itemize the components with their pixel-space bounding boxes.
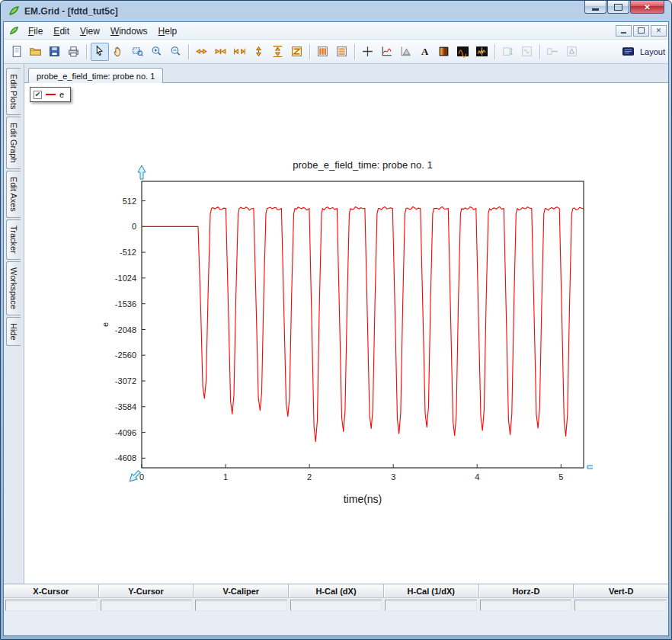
bottom-strip <box>4 613 668 635</box>
maximize-icon <box>614 4 622 11</box>
menu-windows[interactable]: Windows <box>105 24 153 39</box>
maximize-button[interactable] <box>607 1 629 14</box>
mdi-close-button[interactable]: ✕ <box>651 25 667 37</box>
status-col-x-cursor: X-Cursor <box>4 584 99 597</box>
shrink-horizontal-button[interactable] <box>212 43 230 61</box>
x-axis-end-arrow-icon <box>587 463 593 471</box>
status-col-vert-d: Vert-D <box>574 584 668 597</box>
svg-text:2: 2 <box>307 472 312 482</box>
waveform-envelope-button[interactable] <box>473 43 491 61</box>
toolbar-separator <box>539 44 540 59</box>
autoscale-button[interactable] <box>288 43 306 61</box>
status-value-vert-d <box>574 600 667 611</box>
status-value-v-caliper <box>195 600 287 611</box>
svg-text:-2048: -2048 <box>115 325 136 334</box>
menu-view[interactable]: View <box>75 24 105 39</box>
svg-text:-2560: -2560 <box>115 350 136 360</box>
crosshair-button[interactable] <box>359 43 377 61</box>
waveform-view-button[interactable] <box>454 43 472 61</box>
mdi-restore-button[interactable] <box>633 25 649 37</box>
expand-horizontal-button[interactable] <box>193 43 211 61</box>
hshrink-icon <box>214 45 227 58</box>
colormap-button[interactable] <box>435 43 453 61</box>
page-icon <box>10 45 23 58</box>
plot-area <box>142 181 584 468</box>
legend-checkbox[interactable]: ✔ <box>34 91 42 99</box>
side-tab-edit-plots[interactable]: Edit Plots <box>6 68 21 115</box>
side-tab-workspace[interactable]: Workspace <box>6 261 21 315</box>
document-tab-row: probe_e_field_time: probe no. 1 <box>24 64 668 83</box>
print-button[interactable] <box>65 43 83 61</box>
zoomin-icon <box>150 45 163 58</box>
new-file-button[interactable] <box>8 43 26 61</box>
side-tab-edit-graph[interactable]: Edit Graph <box>6 117 21 169</box>
svg-text:3: 3 <box>391 472 395 482</box>
plot-svg[interactable]: probe_e_field_time: probe no. 1012345512… <box>90 155 593 513</box>
side-tab-edit-axes[interactable]: Edit Axes <box>6 171 21 218</box>
text-annotation-button[interactable]: A <box>416 43 434 61</box>
status-col-horz-d: Horz-D <box>479 584 574 597</box>
status-value-h-cal-dx- <box>290 600 382 611</box>
app-icon <box>8 5 21 18</box>
layout-button[interactable] <box>619 43 637 61</box>
zoom-box-button[interactable] <box>129 43 147 61</box>
row-layout-button[interactable] <box>333 43 351 61</box>
wave1-icon <box>456 45 469 58</box>
side-tab-tracker[interactable]: Tracker <box>6 219 21 260</box>
toolbar-separator <box>354 44 355 59</box>
y-axis-top-arrow-icon <box>138 165 146 179</box>
pan-hand-button[interactable] <box>110 43 128 61</box>
open-file-button[interactable] <box>27 43 45 61</box>
smooth-curve-button[interactable] <box>518 43 536 61</box>
legend-line-sample <box>46 94 56 95</box>
document-tab[interactable]: probe_e_field_time: probe no. 1 <box>28 68 163 83</box>
menu-help[interactable]: Help <box>153 24 183 39</box>
status-header-row: X-CursorY-CursorV-CaliperH-Cal (dX)H-Cal… <box>4 584 668 598</box>
toolbar-separator <box>86 44 87 59</box>
close-button[interactable]: ✕ <box>630 1 664 14</box>
app-frame: FileEditViewWindowsHelp ✕ ALayout Edit P… <box>3 21 669 636</box>
title-bar[interactable]: EM.Grid - [fdtd_tut5c] ✕ <box>3 1 669 21</box>
svg-text:4: 4 <box>475 472 479 482</box>
axes-curve-button[interactable] <box>378 43 396 61</box>
svg-text:0: 0 <box>132 222 136 231</box>
vexpand-icon <box>252 45 265 58</box>
close-icon: ✕ <box>644 3 650 11</box>
zoom-in-button[interactable] <box>148 43 166 61</box>
zoombox-icon <box>131 45 144 58</box>
status-col-y-cursor: Y-Cursor <box>99 584 194 597</box>
mdi-restore-icon <box>638 27 645 34</box>
expand-vertical-button[interactable] <box>250 43 268 61</box>
fit-plot-horizontal-button[interactable] <box>544 43 562 61</box>
menu-edit[interactable]: Edit <box>48 24 75 39</box>
mdi-minimize-button[interactable] <box>616 25 632 37</box>
status-value-horz-d <box>480 600 572 611</box>
app-window: EM.Grid - [fdtd_tut5c] ✕ FileEditViewWin… <box>0 0 672 640</box>
svg-text:5: 5 <box>558 472 563 482</box>
chart-title: probe_e_field_time: probe no. 1 <box>293 159 433 171</box>
zoom-out-button[interactable] <box>167 43 185 61</box>
column-layout-button[interactable] <box>314 43 332 61</box>
minimize-button[interactable] <box>584 1 606 14</box>
svg-text:0: 0 <box>139 472 144 482</box>
cursor-icon <box>93 45 106 58</box>
status-value-x-cursor <box>5 600 98 611</box>
axes-triangle-button[interactable] <box>397 43 415 61</box>
mdi-close-icon: ✕ <box>656 27 662 34</box>
fit-plot-vertical-button[interactable] <box>499 43 517 61</box>
select-cursor-button[interactable] <box>91 43 109 61</box>
layoutic-icon <box>622 45 635 58</box>
peak-marker-button[interactable] <box>563 43 581 61</box>
plot-canvas[interactable]: ✔ e probe_e_field_time: probe no. 101234… <box>24 83 668 584</box>
fit-vertical-button[interactable] <box>269 43 287 61</box>
save-file-button[interactable] <box>46 43 64 61</box>
side-tab-hide[interactable]: Hide <box>6 317 21 347</box>
status-value-h-cal-1-dx- <box>385 600 477 611</box>
fit-horizontal-button[interactable] <box>231 43 249 61</box>
cross-icon <box>361 45 374 58</box>
menu-file[interactable]: File <box>23 24 48 39</box>
chart[interactable]: probe_e_field_time: probe no. 1012345512… <box>90 155 593 513</box>
wave2-icon <box>475 45 488 58</box>
textA-icon: A <box>418 45 431 58</box>
svg-text:A: A <box>421 46 429 57</box>
